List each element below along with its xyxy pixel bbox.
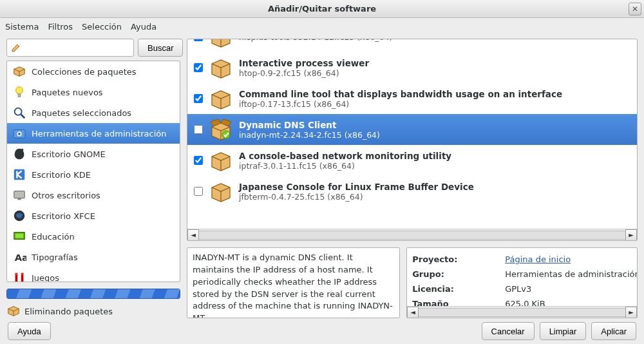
close-icon: ✕ bbox=[632, 5, 638, 14]
apply-button[interactable]: Aplicar bbox=[591, 322, 636, 340]
edit-icon bbox=[11, 43, 21, 53]
content-area: Buscar Colecciones de paquetesPaquetes n… bbox=[0, 35, 644, 318]
package-title: Interactive process viewer bbox=[239, 58, 369, 68]
package-row[interactable]: Command line tool that displays bandwidt… bbox=[187, 83, 637, 114]
titlebar: Añadir/Quitar software ✕ bbox=[0, 0, 644, 18]
svg-point-7 bbox=[21, 149, 24, 151]
meta-hscroll[interactable]: ◄ ► bbox=[407, 306, 637, 318]
package-text: hfsplus-tools-332.14-12.fc15 (x86_64) bbox=[239, 39, 392, 42]
metadata-frame: Proyecto:Página de inicioGrupo:Herramien… bbox=[406, 247, 638, 318]
package-icon bbox=[209, 180, 232, 203]
meta-link[interactable]: Página de inicio bbox=[505, 254, 571, 264]
menu-selection[interactable]: Selección bbox=[82, 22, 122, 32]
svg-point-19 bbox=[222, 131, 230, 139]
package-icon bbox=[209, 87, 232, 110]
cancel-button[interactable]: Cancelar bbox=[482, 322, 535, 340]
package-checkbox[interactable] bbox=[194, 39, 203, 41]
package-text: A console-based network monitoring utili… bbox=[239, 151, 451, 171]
scroll-left-icon[interactable]: ◄ bbox=[407, 307, 419, 318]
package-row[interactable]: A console-based network monitoring utili… bbox=[187, 145, 637, 176]
desk-icon bbox=[12, 188, 26, 202]
package-title: Command line tool that displays bandwidt… bbox=[239, 89, 562, 99]
scroll-right-icon[interactable]: ► bbox=[625, 307, 637, 318]
sidebar-item-label: Paquetes nuevos bbox=[32, 88, 103, 97]
package-row[interactable]: hfsplus-tools-332.14-12.fc15 (x86_64) bbox=[187, 39, 637, 52]
status-text: Eliminando paquetes bbox=[24, 307, 113, 316]
search-box[interactable] bbox=[6, 39, 134, 57]
sidebar-item[interactable]: Escritorio GNOME bbox=[7, 144, 180, 164]
menu-help[interactable]: Ayuda bbox=[131, 22, 156, 32]
package-checkbox[interactable] bbox=[194, 94, 203, 103]
svg-rect-10 bbox=[17, 198, 21, 200]
package-subtitle: jfbterm-0.4.7-25.fc15 (x86_64) bbox=[239, 192, 474, 202]
category-list[interactable]: Colecciones de paquetesPaquetes nuevosPa… bbox=[7, 61, 180, 282]
sidebar-item[interactable]: Otros escritorios bbox=[7, 185, 180, 205]
package-subtitle: inadyn-mt-2.24.34-2.fc15 (x86_64) bbox=[239, 130, 380, 140]
sidebar-item[interactable]: AaTipografías bbox=[7, 247, 180, 267]
package-checkbox[interactable] bbox=[194, 63, 203, 72]
sidebar-item-label: Herramientas de administración bbox=[32, 129, 167, 139]
search-row: Buscar bbox=[6, 39, 180, 57]
package-row[interactable]: Japanese Console for Linux Frame Buffer … bbox=[187, 176, 637, 207]
search-icon bbox=[12, 106, 26, 120]
package-checkbox[interactable] bbox=[194, 125, 203, 134]
svg-rect-13 bbox=[15, 233, 24, 238]
package-title: Dynamic DNS Client bbox=[239, 120, 380, 130]
scroll-track[interactable] bbox=[419, 308, 625, 317]
menu-filters[interactable]: Filtros bbox=[48, 22, 73, 32]
meta-row: Grupo:Herramientas de administración bbox=[412, 267, 632, 282]
package-text: Interactive process viewerhtop-0.9-2.fc1… bbox=[239, 58, 369, 78]
package-subtitle: iptraf-3.0.1-11.fc15 (x86_64) bbox=[239, 161, 451, 171]
menubar: Sistema Filtros Selección Ayuda bbox=[0, 18, 644, 35]
window-close-button[interactable]: ✕ bbox=[629, 3, 641, 15]
svg-text:Aa: Aa bbox=[15, 252, 26, 263]
package-checkbox[interactable] bbox=[194, 156, 203, 165]
svg-rect-1 bbox=[18, 94, 21, 97]
sidebar-item-label: Otros escritorios bbox=[32, 191, 100, 200]
sidebar-item[interactable]: Escritorio KDE bbox=[7, 164, 180, 185]
sidebar-item[interactable]: Educación bbox=[7, 226, 180, 247]
description-text[interactable]: INADYN-MT is a dynamic DNS client. It ma… bbox=[187, 248, 399, 318]
svg-rect-8 bbox=[14, 169, 25, 180]
box-icon bbox=[12, 64, 26, 79]
meta-value: Herramientas de administración bbox=[505, 269, 637, 279]
meta-key: Grupo: bbox=[412, 269, 496, 279]
sidebar-item-label: Colecciones de paquetes bbox=[32, 67, 137, 77]
status-icon bbox=[6, 304, 21, 318]
package-row[interactable]: Dynamic DNS Clientinadyn-mt-2.24.34-2.fc… bbox=[187, 114, 637, 145]
sidebar-item[interactable]: Juegos bbox=[7, 267, 180, 282]
sidebar-item[interactable]: Paquetes seleccionados bbox=[7, 102, 180, 123]
sidebar-item[interactable]: Paquetes nuevos bbox=[7, 82, 180, 102]
svg-point-0 bbox=[16, 87, 23, 94]
progress-fill bbox=[7, 289, 180, 298]
package-row[interactable]: Interactive process viewerhtop-0.9-2.fc1… bbox=[187, 52, 637, 83]
description-frame: INADYN-MT is a dynamic DNS client. It ma… bbox=[187, 247, 400, 318]
menu-system[interactable]: Sistema bbox=[5, 22, 39, 32]
sidebar-item[interactable]: Escritorio XFCE bbox=[7, 205, 180, 226]
package-hscroll[interactable]: ◄ ► bbox=[187, 229, 637, 240]
kde-icon bbox=[12, 167, 26, 182]
clear-button[interactable]: Limpiar bbox=[540, 322, 587, 340]
xfce-icon bbox=[12, 209, 26, 223]
package-text: Japanese Console for Linux Frame Buffer … bbox=[239, 182, 474, 202]
meta-row: Licencia:GPLv3 bbox=[412, 282, 632, 296]
scroll-track[interactable] bbox=[199, 231, 625, 240]
metadata-body[interactable]: Proyecto:Página de inicioGrupo:Herramien… bbox=[407, 248, 637, 306]
help-button[interactable]: Ayuda bbox=[8, 322, 51, 340]
package-checkbox[interactable] bbox=[194, 187, 203, 196]
meta-value: 625,0 KiB bbox=[505, 299, 545, 306]
sidebar-item-label: Escritorio GNOME bbox=[32, 149, 106, 159]
package-frame: hfsplus-tools-332.14-12.fc15 (x86_64)Int… bbox=[187, 39, 638, 241]
package-list[interactable]: hfsplus-tools-332.14-12.fc15 (x86_64)Int… bbox=[187, 39, 637, 229]
sidebar-item[interactable]: Colecciones de paquetes bbox=[7, 61, 180, 82]
scroll-left-icon[interactable]: ◄ bbox=[187, 229, 199, 241]
sidebar-item[interactable]: Herramientas de administración bbox=[7, 123, 180, 144]
left-pane: Buscar Colecciones de paquetesPaquetes n… bbox=[6, 39, 180, 318]
search-button[interactable]: Buscar bbox=[138, 39, 183, 57]
package-icon bbox=[209, 118, 232, 141]
scroll-right-icon[interactable]: ► bbox=[625, 229, 637, 241]
sidebar-item-label: Tipografías bbox=[32, 253, 78, 262]
search-input[interactable] bbox=[21, 43, 129, 53]
svg-point-2 bbox=[15, 108, 22, 115]
package-icon bbox=[209, 56, 232, 79]
